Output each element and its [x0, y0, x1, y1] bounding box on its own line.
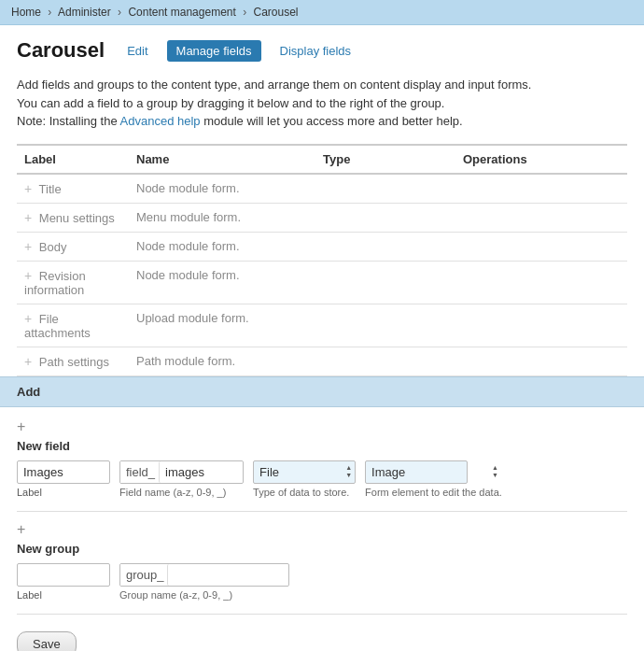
row-label-menu: Menu settings [39, 211, 115, 225]
drag-handle-revision[interactable]: + [24, 268, 35, 283]
row-ops-body [455, 232, 627, 261]
field-widget-select[interactable]: Image File Generic [365, 460, 468, 484]
breadcrumb-home[interactable]: Home [11, 6, 41, 19]
row-ops-file [455, 304, 627, 347]
col-type: Type [315, 145, 455, 174]
row-name-menu: Menu module form. [129, 203, 315, 232]
row-ops-path [455, 347, 627, 375]
new-group-title: New group [17, 542, 627, 556]
new-field-plus-icon: + [17, 418, 25, 435]
table-row: + Revisioninformation Node module form. [17, 261, 627, 304]
table-row: + Title Node module form. [17, 174, 627, 204]
fields-table: Label Name Type Operations + Title Node … [17, 144, 627, 376]
row-type-path [315, 347, 455, 375]
label-hint: Label [17, 487, 110, 498]
new-field-name-input[interactable] [159, 461, 243, 483]
breadcrumb: Home › Administer › Content management ›… [0, 0, 644, 25]
group-prefix-text: group_ [120, 564, 167, 586]
row-type-menu [315, 203, 455, 232]
row-name-path: Path module form. [129, 347, 315, 375]
advanced-help-link[interactable]: Advanced help [120, 114, 201, 128]
field-type-select[interactable]: File Text Integer [253, 460, 356, 484]
breadcrumb-sep-2: › [118, 6, 121, 19]
page-header: Carousel Edit Manage fields Display fiel… [17, 38, 627, 63]
table-row: + Path settings Path module form. [17, 347, 627, 375]
row-name-file: Upload module form. [129, 304, 315, 347]
group-name-hint: Group name (a-z, 0-9, _) [119, 589, 289, 601]
field-type-hint: Type of data to store. [253, 487, 356, 498]
row-name-title: Node module form. [129, 174, 315, 204]
table-row: + Fileattachments Upload module form. [17, 304, 627, 347]
row-name-body: Node module form. [129, 232, 315, 261]
drag-handle-menu[interactable]: + [24, 210, 35, 225]
tab-manage-fields[interactable]: Manage fields [167, 40, 261, 62]
group-label-hint: Label [17, 589, 110, 601]
col-operations: Operations [455, 145, 627, 174]
new-field-row: Label field_ Field name (a-z, 0-9, _) Fi… [17, 460, 627, 498]
col-label: Label [17, 145, 129, 174]
tab-edit[interactable]: Edit [119, 40, 155, 62]
new-group-label-col: Label [17, 563, 110, 601]
row-name-revision: Node module form. [129, 261, 315, 304]
divider [17, 511, 627, 512]
description-line3-before: Note: Installing the [17, 114, 120, 128]
tab-display-fields[interactable]: Display fields [273, 40, 359, 62]
description-line2: You can add a field to a group by draggi… [17, 94, 627, 113]
add-section: + New field Label field_ Field name (a-z… [17, 407, 627, 652]
breadcrumb-sep-3: › [243, 6, 246, 19]
divider-bottom [17, 614, 627, 615]
field-prefix-text: field_ [120, 461, 159, 483]
new-field-widget-col: Image File Generic Form element to edit … [365, 460, 502, 498]
table-row: + Menu settings Menu module form. [17, 203, 627, 232]
new-group-label-input[interactable] [17, 563, 110, 587]
breadcrumb-carousel[interactable]: Carousel [254, 6, 299, 19]
new-field-title: New field [17, 439, 627, 453]
row-label-path: Path settings [39, 355, 109, 369]
row-label-body: Body [39, 240, 67, 254]
new-group-plus-icon: + [17, 521, 25, 538]
new-group-name-col: group_ Group name (a-z, 0-9, _) [119, 563, 289, 601]
drag-handle-title[interactable]: + [24, 181, 35, 196]
row-ops-revision [455, 261, 627, 304]
row-type-title [315, 174, 455, 204]
field-type-select-wrapper: File Text Integer [253, 460, 356, 484]
drag-handle-file[interactable]: + [24, 311, 35, 326]
col-name: Name [129, 145, 315, 174]
field-name-hint: Field name (a-z, 0-9, _) [119, 487, 244, 498]
row-type-body [315, 232, 455, 261]
new-field-name-col: field_ Field name (a-z, 0-9, _) [119, 460, 244, 498]
group-name-wrapper: group_ [119, 563, 289, 587]
row-ops-menu [455, 203, 627, 232]
description-line3: Note: Installing the Advanced help modul… [17, 112, 627, 131]
new-field-label-col: Label [17, 460, 110, 498]
row-type-file [315, 304, 455, 347]
row-label-title: Title [39, 182, 62, 196]
field-widget-hint: Form element to edit the data. [365, 487, 502, 498]
drag-handle-body[interactable]: + [24, 239, 35, 254]
section-add-header: Add [0, 376, 644, 407]
description-line3-after: module will let you access more and bett… [201, 114, 463, 128]
breadcrumb-sep-1: › [48, 6, 51, 19]
field-widget-select-wrapper: Image File Generic [365, 460, 502, 484]
page-title: Carousel [17, 38, 105, 63]
drag-handle-path[interactable]: + [24, 354, 35, 369]
new-group-row: Label group_ Group name (a-z, 0-9, _) [17, 563, 627, 601]
description-line1: Add fields and groups to the content typ… [17, 76, 627, 94]
description-block: Add fields and groups to the content typ… [17, 76, 627, 131]
field-name-wrapper: field_ [119, 460, 244, 484]
new-field-label-input[interactable] [17, 460, 110, 484]
new-group-name-input[interactable] [167, 564, 288, 586]
save-button[interactable]: Save [17, 631, 77, 652]
new-field-type-col: File Text Integer Type of data to store. [253, 460, 356, 498]
row-type-revision [315, 261, 455, 304]
table-row: + Body Node module form. [17, 232, 627, 261]
breadcrumb-content-management[interactable]: Content management [128, 6, 235, 19]
breadcrumb-administer[interactable]: Administer [58, 6, 111, 19]
row-ops-title [455, 174, 627, 204]
